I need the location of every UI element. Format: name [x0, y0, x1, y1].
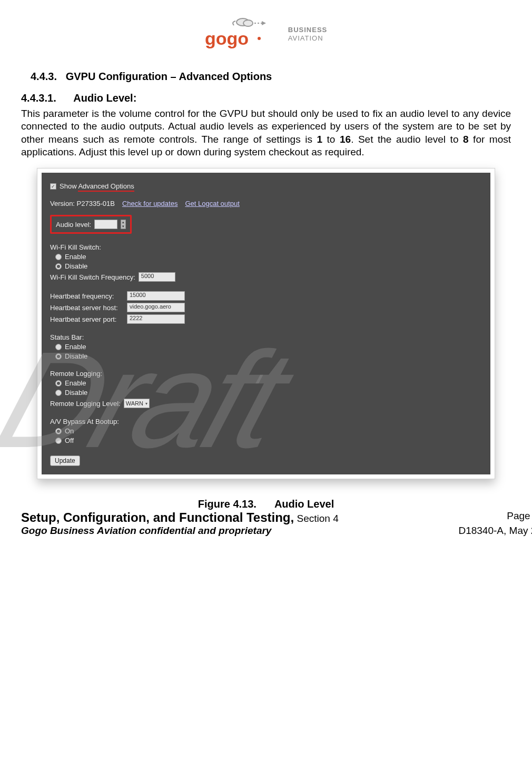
wifi-freq-input[interactable]: 5000 — [139, 272, 175, 282]
wifi-kill-enable-radio[interactable] — [55, 254, 62, 260]
remote-logging-disable-radio[interactable] — [55, 390, 62, 396]
av-bypass-label: A/V Bypass At Bootup: — [50, 418, 482, 425]
show-advanced-checkbox-row: Show Advanced Options — [50, 182, 482, 190]
update-button[interactable]: Update — [50, 455, 80, 466]
status-bar-label: Status Bar: — [50, 333, 482, 341]
heartbeat-port-label: Heartbeat server port: — [50, 315, 124, 323]
wifi-kill-disable-radio[interactable] — [55, 263, 62, 270]
remote-logging-level-select[interactable]: WARN▾ — [124, 399, 150, 408]
page-footer: Setup, Configuration, and Functional Tes… — [21, 510, 532, 537]
heartbeat-freq-label: Heartbeat frequency: — [50, 292, 124, 300]
wifi-freq-label: Wi-Fi Kill Switch Frequency: — [50, 273, 135, 281]
logo-subtitle: BUSINESS AVIATION — [288, 26, 327, 42]
av-bypass-off-radio[interactable] — [55, 438, 62, 444]
figure-screenshot: Show Advanced Options Version: P27335-01… — [37, 168, 495, 510]
status-bar-disable-radio[interactable] — [55, 353, 62, 360]
audio-level-stepper[interactable]: ▴▾ — [121, 220, 126, 229]
wifi-kill-label: Wi-Fi Kill Switch: — [50, 243, 482, 251]
audio-level-highlight: Audio level: 8▴▾ — [50, 215, 132, 234]
show-advanced-checkbox[interactable] — [50, 183, 56, 190]
heartbeat-port-input[interactable]: 2222 — [127, 314, 185, 324]
svg-point-1 — [243, 20, 253, 26]
remote-logging-label: Remote Logging: — [50, 370, 482, 378]
gogo-logo-icon: gogo — [205, 16, 284, 53]
subsection-heading: 4.4.3.1. Audio Level: — [21, 92, 511, 104]
heartbeat-freq-input[interactable]: 15000 — [127, 291, 185, 301]
figure-caption: Figure 4.13.Audio Level — [37, 498, 495, 510]
svg-text:gogo: gogo — [205, 28, 249, 48]
status-bar-enable-radio[interactable] — [55, 344, 62, 350]
heartbeat-host-input[interactable]: video.gogo.aero — [127, 303, 185, 312]
header-logo: gogo BUSINESS AVIATION — [21, 16, 511, 55]
check-updates-link[interactable]: Check for updates — [122, 200, 178, 207]
audio-level-label: Audio level: — [56, 221, 91, 229]
version-label: Version: P27335-01B — [50, 200, 115, 207]
get-logcat-link[interactable]: Get Logcat output — [185, 200, 239, 207]
av-bypass-on-radio[interactable] — [55, 428, 62, 434]
chevron-down-icon: ▾ — [145, 401, 147, 406]
svg-point-3 — [258, 37, 261, 40]
heartbeat-host-label: Heartbeat server host: — [50, 304, 124, 312]
remote-logging-level-label: Remote Logging Level: — [50, 400, 121, 408]
section-heading: 4.4.3. GVPU Configuration – Advanced Opt… — [31, 71, 511, 83]
audio-level-input[interactable]: 8 — [94, 220, 117, 229]
body-paragraph: This parameter is the volume control for… — [21, 107, 511, 158]
remote-logging-enable-radio[interactable] — [55, 380, 62, 386]
